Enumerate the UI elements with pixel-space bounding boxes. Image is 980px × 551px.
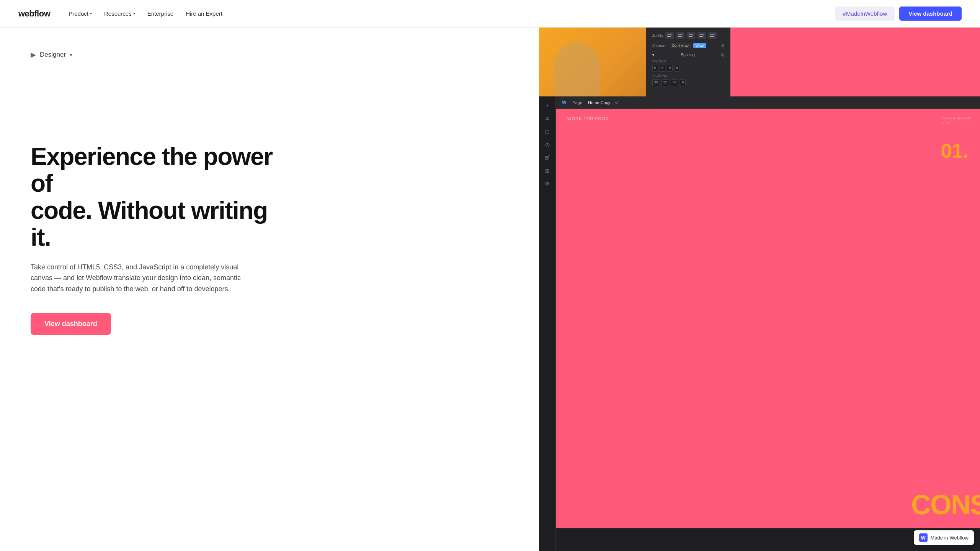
page-name: Home Copy (588, 100, 610, 105)
made-in-webflow-button[interactable]: #MadeInWebflow (835, 7, 895, 21)
spacing-header: ▾ Spacing ⊞ (652, 53, 724, 57)
designer-label: Designer (40, 51, 66, 59)
nav-links: Product ▾ Resources ▾ Enterprise Hire an… (64, 7, 227, 20)
justify-btn-2[interactable] (676, 32, 684, 39)
page-bar: W Page: Home Copy ↺ (556, 96, 980, 109)
logo[interactable]: webflow (18, 9, 50, 19)
hero-section: ▶ Designer ▾ Experience the power of cod… (0, 28, 980, 551)
margin-label: MARGIN (652, 59, 724, 63)
margin-bottom[interactable]: 0 (667, 65, 673, 72)
padding-bottom[interactable]: 40 (671, 79, 678, 86)
hero-subtitle: Take control of HTML5, CSS3, and JavaScr… (31, 262, 245, 295)
cursor-icon: ▶ (31, 51, 36, 59)
components-icon[interactable]: ⊞ (541, 165, 554, 177)
work-for-food-text: WORK FOR FOOD (567, 116, 609, 121)
spacing-expand-icon: ⊞ (721, 53, 724, 57)
assets-icon[interactable]: ◷ (541, 139, 554, 151)
designer-panel: + ≡ ◻ ◷ 🛒 ⊞ ⚙ W Page: Home Copy ↺ (539, 96, 980, 551)
settings-icon[interactable]: ⚙ (541, 178, 554, 190)
margin-left[interactable]: 0 (674, 65, 680, 72)
expand-icon: ⊠ (721, 44, 724, 48)
nav-hire-expert[interactable]: Hire an Expert (181, 7, 227, 20)
justify-btn-3[interactable] (687, 32, 695, 39)
made-in-label: Made in Webflow (931, 535, 969, 541)
dont-wrap-button[interactable]: Don't wrap (670, 43, 691, 48)
nav-enterprise[interactable]: Enterprise (143, 7, 178, 20)
product-chevron-icon: ▾ (90, 11, 92, 16)
hero-left: ▶ Designer ▾ Experience the power of cod… (0, 28, 539, 551)
spacing-chevron-icon: ▾ (652, 53, 654, 57)
justify-btn-1[interactable] (665, 32, 674, 39)
canvas-area: W Page: Home Copy ↺ WORK FOR FOOD This i… (556, 96, 980, 551)
resources-chevron-icon: ▾ (133, 11, 135, 16)
made-in-webflow-badge[interactable]: W Made in Webflow (914, 530, 974, 545)
padding-right[interactable]: 55 (662, 79, 669, 86)
wrap-button[interactable]: Wrap (693, 43, 706, 48)
view-dashboard-nav-button[interactable]: View dashboard (899, 7, 962, 21)
nav-resources[interactable]: Resources ▾ (100, 7, 140, 20)
nav-product[interactable]: Product ▾ (64, 7, 96, 20)
margin-right[interactable]: 0 (660, 65, 665, 72)
ecommerce-icon[interactable]: 🛒 (541, 152, 554, 164)
layers-icon[interactable]: ≡ (541, 112, 554, 125)
justify-btn-5[interactable] (708, 32, 717, 39)
cons-text: CONS (911, 489, 980, 520)
designer-selector[interactable]: ▶ Designer ▾ (31, 51, 508, 59)
refresh-icon[interactable]: ↺ (615, 100, 618, 105)
wrap-row: Children Don't wrap Wrap ⊠ (652, 43, 724, 48)
made-in-w-logo: W (919, 533, 928, 542)
margin-top[interactable]: 0 (652, 65, 658, 72)
nav-left: webflow Product ▾ Resources ▾ Enterprise… (18, 7, 227, 20)
left-toolbar: + ≡ ◻ ◷ 🛒 ⊞ ⚙ (539, 96, 556, 551)
settings-panel: Justify Children Don't wrap Wrap ⊠ (646, 28, 730, 96)
spacing-section: ▾ Spacing ⊞ MARGIN 0 0 0 0 PADDING 35 55 (652, 53, 724, 86)
designer-chevron-icon: ▾ (70, 52, 72, 58)
justify-btn-4[interactable] (697, 32, 706, 39)
designer-mockup: Justify Children Don't wrap Wrap ⊠ (539, 28, 980, 551)
justify-row: Justify (652, 32, 724, 39)
number-label: 01. (941, 139, 969, 162)
canvas-content: WORK FOR FOOD This is so inside of a div… (556, 109, 980, 528)
hero-right: Justify Children Don't wrap Wrap ⊠ (539, 28, 980, 551)
navbar: webflow Product ▾ Resources ▾ Enterprise… (0, 0, 980, 28)
padding-top[interactable]: 35 (652, 79, 660, 86)
hero-title: Experience the power of code. Without wr… (31, 143, 276, 251)
pages-icon[interactable]: ◻ (541, 126, 554, 138)
view-dashboard-hero-button[interactable]: View dashboard (31, 313, 111, 335)
nav-right: #MadeInWebflow View dashboard (835, 7, 962, 21)
add-icon[interactable]: + (541, 99, 554, 112)
padding-left[interactable]: 0 (680, 79, 686, 86)
page-label: Page: (572, 100, 583, 105)
this-is-text: This is so inside of a div (942, 116, 972, 125)
w-logo: W (560, 99, 568, 106)
padding-label: PADDING (652, 74, 724, 78)
